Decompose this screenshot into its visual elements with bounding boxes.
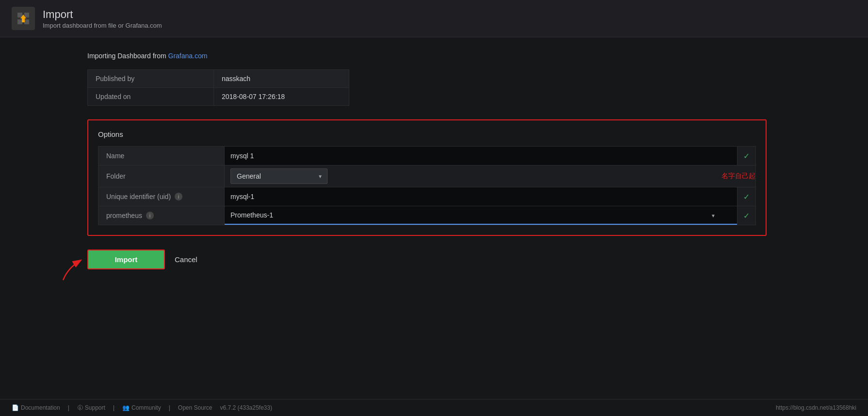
folder-select-container: General Default xyxy=(230,168,328,184)
uid-input[interactable] xyxy=(225,187,737,206)
uid-check-icon: ✓ xyxy=(737,187,755,206)
uid-info-icon[interactable]: i xyxy=(175,193,182,200)
page-footer: 📄 Documentation | 🛈 Support | 👥 Communit… xyxy=(0,399,868,416)
info-table: Published by nasskach Updated on 2018-08… xyxy=(87,69,349,106)
folder-label: Folder xyxy=(98,166,225,187)
page-subtitle: Import dashboard from file or Grafana.co… xyxy=(43,22,162,29)
uid-row: Unique identifier (uid) i ✓ xyxy=(98,187,756,206)
prometheus-info-icon[interactable]: i xyxy=(146,212,154,219)
svg-rect-2 xyxy=(17,19,22,24)
prometheus-row: prometheus i Prometheus-1 Prometheus-2 ✓ xyxy=(98,206,756,225)
name-check-icon: ✓ xyxy=(737,147,755,165)
prometheus-check-icon: ✓ xyxy=(737,206,755,225)
prometheus-input-area: Prometheus-1 Prometheus-2 ✓ xyxy=(225,206,755,225)
main-content: Importing Dashboard from Grafana.com Pub… xyxy=(0,37,868,284)
svg-rect-0 xyxy=(17,13,22,17)
footer-community: 👥 Community xyxy=(122,404,161,411)
folder-select-wrapper: General Default xyxy=(225,166,712,187)
header-text: Import Import dashboard from file or Gra… xyxy=(43,8,162,29)
updated-on-value: 2018-08-07 17:26:18 xyxy=(214,88,349,106)
svg-rect-3 xyxy=(24,19,29,24)
svg-rect-1 xyxy=(24,13,29,17)
published-by-row: Published by nasskach xyxy=(88,70,349,88)
footer-support: 🛈 Support xyxy=(77,404,105,411)
footer-sep-2: | xyxy=(113,404,115,411)
folder-select[interactable]: General Default xyxy=(230,168,328,184)
name-input-area: ✓ xyxy=(225,147,755,165)
support-icon: 🛈 xyxy=(77,404,83,411)
doc-icon: 📄 xyxy=(12,404,19,411)
footer-links: 📄 Documentation | 🛈 Support | 👥 Communit… xyxy=(12,404,272,411)
footer-sep-1: | xyxy=(68,404,69,411)
arrow-annotation xyxy=(58,253,87,284)
folder-row: Folder General Default 名字自己起 xyxy=(98,165,756,187)
updated-on-row: Updated on 2018-08-07 17:26:18 xyxy=(88,88,349,106)
import-icon xyxy=(12,7,35,30)
grafana-link[interactable]: Grafana.com xyxy=(168,52,208,60)
footer-opensource: Open Source xyxy=(178,404,213,411)
uid-input-area: ✓ xyxy=(225,187,755,206)
buttons-area: Import Cancel xyxy=(87,250,781,269)
footer-sep-3: | xyxy=(169,404,170,411)
published-by-label: Published by xyxy=(88,70,214,88)
uid-label: Unique identifier (uid) i xyxy=(98,187,225,206)
footer-doc: 📄 Documentation xyxy=(12,404,60,411)
name-row: Name ✓ xyxy=(98,146,756,165)
options-section: Options Name ✓ Folder General xyxy=(87,119,767,236)
page-header: Import Import dashboard from file or Gra… xyxy=(0,0,868,37)
footer-version: v6.7.2 (433a25fe33) xyxy=(220,404,272,411)
footer-url: https://blog.csdn.net/a13568hki xyxy=(776,404,856,411)
importing-from-label: Importing Dashboard from Grafana.com xyxy=(87,52,781,60)
folder-annotation: 名字自己起 xyxy=(721,172,755,181)
name-label: Name xyxy=(98,147,225,165)
import-button[interactable]: Import xyxy=(87,250,165,269)
folder-input-area: General Default 名字自己起 xyxy=(225,166,755,187)
name-input[interactable] xyxy=(225,147,737,165)
community-icon: 👥 xyxy=(122,404,130,411)
cancel-button[interactable]: Cancel xyxy=(175,250,197,268)
prometheus-label: prometheus i xyxy=(98,206,225,225)
updated-on-label: Updated on xyxy=(88,88,214,106)
prometheus-select-wrapper: Prometheus-1 Prometheus-2 xyxy=(225,206,737,225)
page-title: Import xyxy=(43,8,162,21)
options-title: Options xyxy=(98,130,756,138)
prometheus-select[interactable]: Prometheus-1 Prometheus-2 xyxy=(225,206,737,225)
published-by-value: nasskach xyxy=(214,70,349,88)
